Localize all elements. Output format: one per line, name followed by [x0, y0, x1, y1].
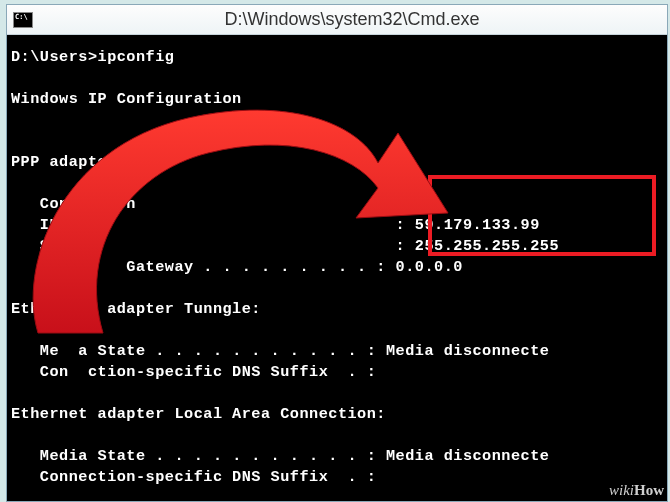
- cmd-window: D:\Windows\system32\Cmd.exe D:\Users>ipc…: [6, 4, 668, 502]
- section-title: PPP adapter mtnl:: [11, 153, 174, 171]
- prompt: D:\Users>: [11, 48, 98, 66]
- media-state: Media disconnecte: [386, 342, 549, 360]
- cmd-icon: [13, 12, 33, 28]
- line-label: Subne: [40, 237, 88, 255]
- titlebar[interactable]: D:\Windows\system32\Cmd.exe: [7, 5, 667, 35]
- line-label: Me a State: [40, 342, 146, 360]
- line-label: Connection-specific DNS Suffix: [40, 468, 328, 486]
- line-label: IPv4 Ad: [40, 216, 107, 234]
- section-title: Ethernet adapter Local Area Connection:: [11, 405, 386, 423]
- terminal-output[interactable]: D:\Users>ipconfig Windows IP Configurati…: [7, 35, 667, 501]
- line-label: Defa Gateway: [40, 258, 194, 276]
- line-label: Con ction-specific DNS Suffix: [40, 363, 328, 381]
- gateway-value: 0.0.0.0: [396, 258, 463, 276]
- watermark: wikiHow: [609, 482, 664, 499]
- ip-value: 59.179.133.99: [415, 216, 540, 234]
- window-title: D:\Windows\system32\Cmd.exe: [43, 9, 661, 30]
- line-label: Media State: [40, 447, 146, 465]
- subnet-value: 255.255.255.255: [415, 237, 559, 255]
- ipconfig-header: Windows IP Configuration: [11, 90, 242, 108]
- media-state: Media disconnecte: [386, 447, 549, 465]
- line-label: Connection: [40, 195, 136, 213]
- command: ipconfig: [98, 48, 175, 66]
- section-title: Ether t adapter Tunngle:: [11, 300, 261, 318]
